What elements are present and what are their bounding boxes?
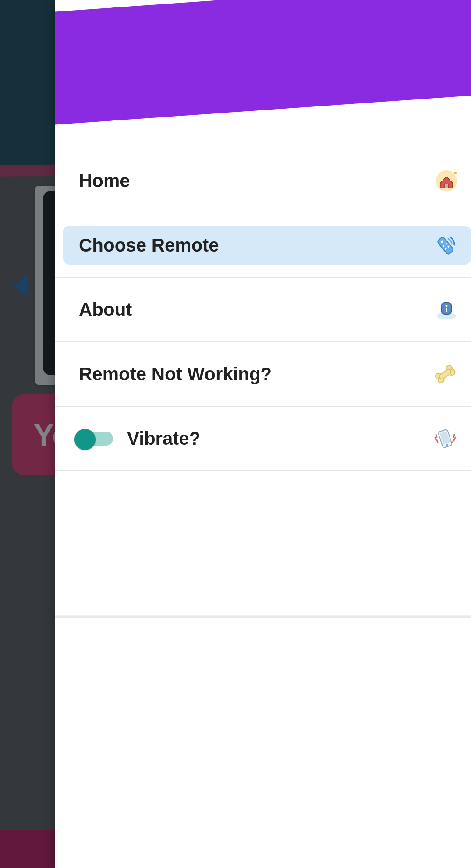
menu-item-vibrate: Vibrate? xyxy=(55,407,471,471)
menu-item-home[interactable]: Home xyxy=(55,149,471,213)
drawer-header xyxy=(55,0,471,149)
navigation-drawer: Home Choose Remote xyxy=(55,0,471,868)
menu-item-about[interactable]: About xyxy=(55,278,471,342)
toggle-thumb xyxy=(74,429,96,450)
menu-item-label: Remote Not Working? xyxy=(79,364,272,385)
svg-point-1 xyxy=(454,172,457,174)
svg-rect-2 xyxy=(445,184,448,188)
menu-item-label: Home xyxy=(79,170,130,191)
menu-item-choose-remote[interactable]: Choose Remote xyxy=(55,213,471,278)
menu-item-label: Choose Remote xyxy=(79,235,219,256)
remote-icon xyxy=(432,233,458,258)
menu-item-label: About xyxy=(79,299,132,320)
home-icon xyxy=(435,170,458,192)
vibrate-icon xyxy=(432,426,458,451)
svg-rect-12 xyxy=(446,308,447,312)
svg-point-11 xyxy=(446,305,448,307)
drawer-menu: Home Choose Remote xyxy=(55,149,471,868)
bone-icon xyxy=(432,361,458,387)
menu-item-not-working[interactable]: Remote Not Working? xyxy=(55,342,471,407)
info-icon xyxy=(435,298,458,321)
drawer-bottom-divider xyxy=(55,615,471,618)
vibrate-label: Vibrate? xyxy=(127,428,200,449)
svg-rect-17 xyxy=(438,368,452,380)
vibrate-toggle[interactable] xyxy=(74,429,113,448)
svg-rect-3 xyxy=(437,236,454,255)
